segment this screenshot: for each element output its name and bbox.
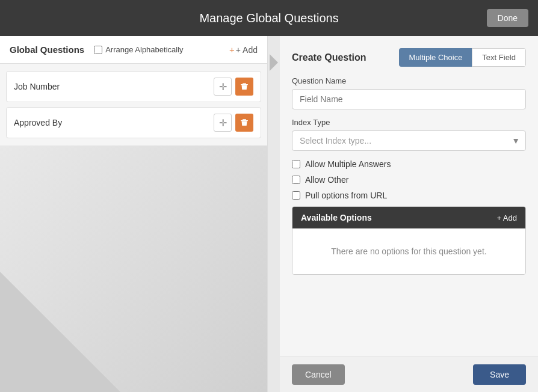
move-button[interactable]: ✛ (214, 114, 232, 132)
pull-options-from-url-group: Pull options from URL (292, 191, 526, 200)
arrange-alphabetically-text: Arrange Alphabetically (105, 45, 183, 54)
questions-list: Job Number ✛ Approved By ✛ (0, 64, 267, 145)
main-layout: Global Questions Arrange Alphabetically … (0, 36, 538, 392)
index-type-select-wrapper: Select Index type... ▼ (292, 130, 526, 151)
create-question-header: Create Question Multiple Choice Text Fie… (292, 48, 526, 67)
delete-button[interactable] (235, 78, 253, 96)
question-name-input[interactable] (292, 89, 526, 109)
list-item: Job Number ✛ (6, 71, 261, 102)
allow-multiple-answers-checkbox[interactable] (292, 160, 300, 168)
arrange-alphabetically-checkbox[interactable] (94, 46, 102, 54)
create-question-title: Create Question (292, 52, 366, 63)
svg-rect-2 (241, 120, 248, 121)
available-options-body: There are no options for this question y… (292, 228, 525, 274)
index-type-select[interactable]: Select Index type... (292, 130, 526, 151)
save-button[interactable]: Save (473, 364, 526, 385)
cancel-button[interactable]: Cancel (292, 364, 345, 385)
svg-rect-1 (243, 83, 246, 84)
question-type-tabs: Multiple Choice Text Field (399, 48, 526, 67)
list-item-label: Job Number (14, 82, 60, 91)
delete-icon (240, 82, 249, 91)
page-title: Manage Global Questions (199, 11, 338, 25)
available-options-header: Available Options + Add (292, 207, 525, 228)
question-name-group: Question Name (292, 76, 526, 109)
left-decoration (0, 145, 267, 392)
available-options-title: Available Options (301, 213, 372, 222)
allow-multiple-answers-group: Allow Multiple Answers (292, 159, 526, 169)
svg-rect-0 (241, 84, 248, 85)
add-option-button[interactable]: + Add (496, 213, 517, 222)
no-options-text: There are no options for this question y… (331, 247, 486, 256)
tab-text-field[interactable]: Text Field (472, 48, 526, 67)
global-questions-title: Global Questions (10, 44, 84, 55)
panel-divider (268, 36, 280, 392)
add-question-icon: + (229, 44, 235, 55)
list-item: Approved By ✛ (6, 107, 261, 138)
right-panel: Create Question Multiple Choice Text Fie… (280, 36, 538, 392)
right-panel-footer: Cancel Save (280, 357, 538, 392)
arrow-icon (270, 54, 278, 71)
question-name-label: Question Name (292, 76, 526, 85)
arrange-alphabetically-label[interactable]: Arrange Alphabetically (94, 45, 183, 54)
tab-multiple-choice[interactable]: Multiple Choice (399, 48, 472, 67)
allow-other-checkbox[interactable] (292, 176, 300, 184)
allow-multiple-answers-label[interactable]: Allow Multiple Answers (305, 159, 391, 169)
move-button[interactable]: ✛ (214, 78, 232, 96)
delete-icon (240, 118, 249, 127)
app-header: Manage Global Questions Done (0, 0, 538, 36)
svg-rect-3 (243, 119, 246, 120)
list-item-actions: ✛ (214, 78, 253, 96)
list-item-actions: ✛ (214, 114, 253, 132)
left-panel-header: Global Questions Arrange Alphabetically … (0, 36, 267, 64)
index-type-group: Index Type Select Index type... ▼ (292, 118, 526, 151)
pull-options-from-url-checkbox[interactable] (292, 191, 300, 200)
add-question-button[interactable]: ++ Add (229, 44, 258, 55)
pull-options-from-url-label[interactable]: Pull options from URL (305, 191, 387, 200)
list-item-label: Approved By (14, 118, 62, 127)
delete-button[interactable] (235, 114, 253, 132)
left-panel: Global Questions Arrange Alphabetically … (0, 36, 268, 392)
allow-other-label[interactable]: Allow Other (305, 175, 348, 185)
right-panel-content: Create Question Multiple Choice Text Fie… (280, 36, 538, 357)
allow-other-group: Allow Other (292, 175, 526, 185)
done-button[interactable]: Done (487, 9, 528, 27)
available-options-section: Available Options + Add There are no opt… (292, 206, 526, 275)
index-type-label: Index Type (292, 118, 526, 127)
